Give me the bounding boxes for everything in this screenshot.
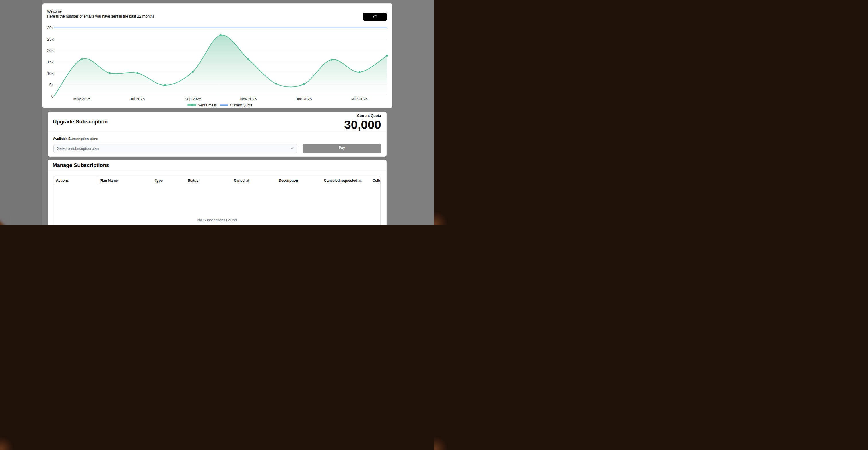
svg-text:25k: 25k [47,37,54,41]
svg-text:Current Quota: Current Quota [230,103,253,107]
svg-text:0: 0 [51,94,53,98]
svg-text:Jan 2026: Jan 2026 [296,97,312,101]
svg-text:May 2025: May 2025 [73,97,90,101]
svg-text:20k: 20k [47,48,54,53]
svg-text:5k: 5k [49,83,54,87]
svg-text:Nov 2025: Nov 2025 [240,97,257,101]
svg-text:Sent Emails: Sent Emails [198,103,217,107]
svg-text:Jul 2025: Jul 2025 [130,97,145,101]
svg-text:Mar 2026: Mar 2026 [351,97,367,101]
svg-text:10k: 10k [47,71,54,75]
svg-text:15k: 15k [47,59,54,64]
svg-text:30k: 30k [47,25,54,30]
svg-text:Sep 2025: Sep 2025 [185,97,201,101]
